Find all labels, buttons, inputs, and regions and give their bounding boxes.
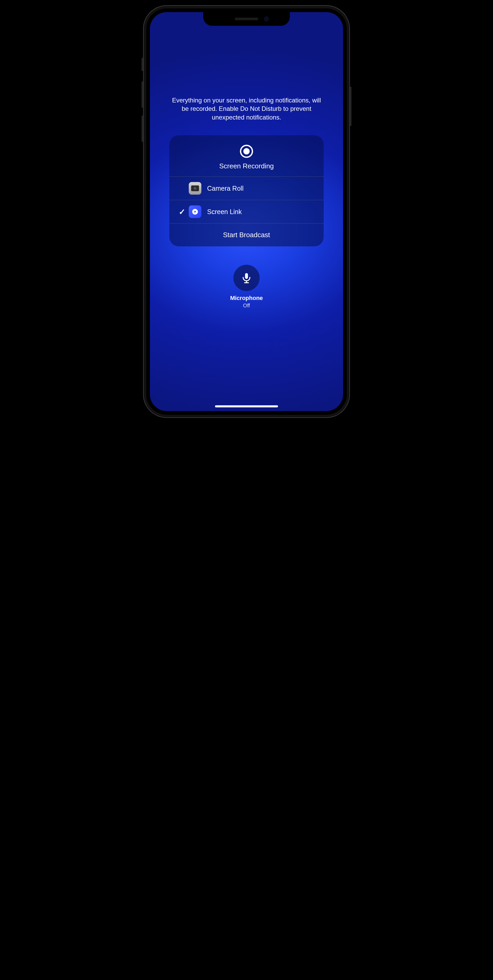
checkmark-icon: ✓ <box>179 207 185 216</box>
speaker-grill <box>235 18 258 20</box>
svg-rect-1 <box>245 273 248 279</box>
volume-down-button <box>141 116 143 142</box>
notch <box>203 12 290 26</box>
panel-title: Screen Recording <box>219 162 274 170</box>
mute-switch <box>141 58 143 71</box>
play-icon <box>189 205 201 218</box>
check-space: ✓ <box>175 207 189 216</box>
warning-text: Everything on your screen, including not… <box>170 96 323 122</box>
microphone-section: Microphone Off <box>230 265 263 309</box>
option-label: Screen Link <box>207 208 242 216</box>
phone-frame: Everything on your screen, including not… <box>143 5 350 418</box>
power-button <box>350 87 352 126</box>
microphone-toggle-button[interactable] <box>233 265 260 291</box>
panel-header: Screen Recording <box>169 135 324 177</box>
action-label: Start Broadcast <box>223 231 270 239</box>
microphone-label: Microphone <box>230 295 263 302</box>
microphone-icon <box>241 272 252 284</box>
record-icon <box>240 145 253 158</box>
screen: Everything on your screen, including not… <box>150 12 343 411</box>
screen-recording-panel: Screen Recording Camera Roll ✓ <box>169 135 324 247</box>
option-screen-link[interactable]: ✓ Screen Link <box>169 200 324 223</box>
phone-bezel: Everything on your screen, including not… <box>147 9 346 414</box>
start-broadcast-button[interactable]: Start Broadcast <box>169 223 324 247</box>
home-indicator[interactable] <box>215 405 278 407</box>
option-camera-roll[interactable]: Camera Roll <box>169 177 324 200</box>
option-label: Camera Roll <box>207 185 244 192</box>
volume-up-button <box>141 81 143 108</box>
camera-icon <box>189 182 201 195</box>
microphone-status: Off <box>243 302 250 309</box>
front-camera <box>264 16 269 21</box>
content-area: Everything on your screen, including not… <box>150 12 343 411</box>
